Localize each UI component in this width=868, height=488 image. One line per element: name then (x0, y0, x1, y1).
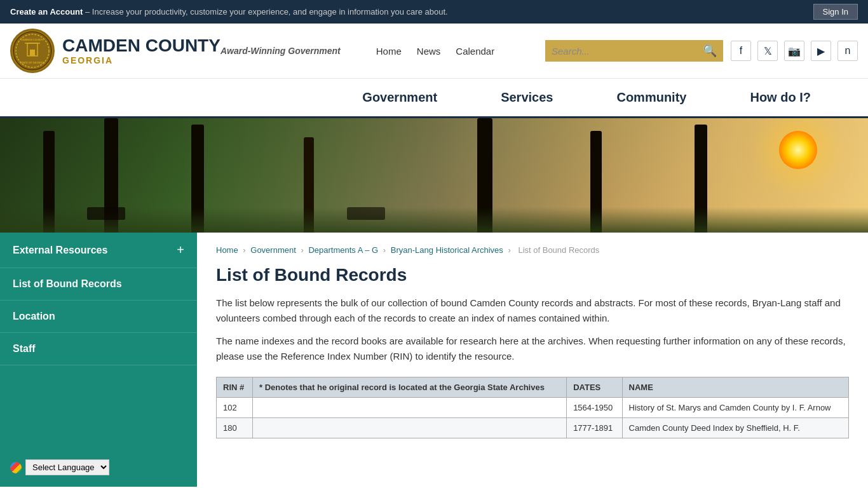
svg-text:CAMDEN COUNTY: CAMDEN COUNTY (21, 38, 44, 41)
top-nav: Home News Calendar (376, 46, 494, 57)
breadcrumb-sep-3: › (383, 245, 388, 255)
content-wrapper: External Resources + List of Bound Recor… (0, 233, 868, 487)
breadcrumb-government[interactable]: Government (250, 245, 296, 255)
svg-rect-3 (30, 50, 35, 56)
svg-text:STATE OF GEORGIA: STATE OF GEORGIA (20, 61, 44, 64)
hero-sun (779, 131, 817, 169)
search-input[interactable] (552, 46, 703, 57)
state-name: GEORGIA (62, 55, 220, 65)
table-cell-rin: 180 (217, 418, 253, 438)
instagram-icon[interactable]: 📷 (784, 41, 804, 61)
table-header-name: NAME (622, 377, 848, 398)
breadcrumb-departments[interactable]: Departments A – G (308, 245, 378, 255)
footer-language: Select Language English Spanish French (10, 459, 109, 475)
sidebar-plus-icon: + (177, 243, 184, 257)
sidebar: External Resources + List of Bound Recor… (0, 233, 197, 487)
county-name-block: CAMDEN COUNTY GEORGIA (62, 36, 220, 66)
table-row: 1021564-1950History of St. Marys and Cam… (217, 398, 849, 418)
table-cell-name: Camden County Deed Index by Sheffield, H… (622, 418, 848, 438)
twitter-icon[interactable]: 𝕏 (757, 41, 778, 61)
sign-in-button[interactable]: Sign In (813, 4, 858, 20)
nav-government[interactable]: Government (330, 79, 469, 116)
sidebar-label-staff: Staff (13, 343, 36, 355)
breadcrumb: Home › Government › Departments A – G › … (216, 245, 849, 255)
facebook-icon[interactable]: f (731, 41, 751, 61)
main-nav: Government Services Community How do I? (0, 79, 868, 118)
table-cell-dates: 1777-1891 (567, 418, 622, 438)
nav-home[interactable]: Home (376, 46, 402, 57)
table-cell-note (253, 398, 567, 418)
table-header-note: * Denotes that he original record is loc… (253, 377, 567, 398)
breadcrumb-home[interactable]: Home (216, 245, 238, 255)
nav-community[interactable]: Community (585, 79, 718, 116)
table-header-rin: RIN # (217, 377, 253, 398)
table-cell-note (253, 418, 567, 438)
sidebar-item-location[interactable]: Location (0, 301, 197, 333)
nav-services[interactable]: Services (469, 79, 585, 116)
body-text-2: The name indexes and the record books ar… (216, 334, 849, 364)
county-subtitle: Award-Winning Government (220, 46, 341, 56)
logo-area: CAMDEN COUNTY STATE OF GEORGIA CAMDEN CO… (10, 29, 220, 73)
county-title: CAMDEN COUNTY (62, 36, 220, 56)
sidebar-item-external-resources[interactable]: External Resources + (0, 233, 197, 268)
table-cell-rin: 102 (217, 398, 253, 418)
breadcrumb-current: List of Bound Records (518, 245, 599, 255)
top-bar-cta: Create an Account – Increase your produc… (10, 7, 448, 17)
body-text-1: The list below represents the bulk of ou… (216, 295, 849, 326)
create-account-link[interactable]: Create an Account (10, 7, 83, 17)
table-header-dates: DATES (567, 377, 622, 398)
table-cell-name: History of St. Marys and Camden County b… (622, 398, 848, 418)
hero-image (0, 118, 868, 233)
google-translate-icon (10, 462, 22, 473)
sidebar-item-list-of-bound-records[interactable]: List of Bound Records (0, 268, 197, 301)
main-content: Home › Government › Departments A – G › … (197, 233, 868, 487)
search-bar: 🔍 (545, 40, 723, 62)
table-row: 1801777-1891Camden County Deed Index by … (217, 418, 849, 438)
breadcrumb-archives[interactable]: Bryan-Lang Historical Archives (391, 245, 503, 255)
social-icons: f 𝕏 📷 ▶ n (731, 41, 858, 61)
county-seal: CAMDEN COUNTY STATE OF GEORGIA (10, 29, 55, 73)
breadcrumb-sep-1: › (243, 245, 248, 255)
nav-news[interactable]: News (417, 46, 441, 57)
language-select[interactable]: Select Language English Spanish French (25, 459, 109, 475)
top-bar: Create an Account – Increase your produc… (0, 0, 868, 24)
nav-calendar[interactable]: Calendar (456, 46, 494, 57)
search-button[interactable]: 🔍 (703, 44, 717, 58)
sidebar-item-staff[interactable]: Staff (0, 333, 197, 365)
records-table: RIN # * Denotes that he original record … (216, 377, 849, 438)
breadcrumb-sep-2: › (301, 245, 306, 255)
breadcrumb-sep-4: › (508, 245, 513, 255)
youtube-icon[interactable]: ▶ (811, 41, 831, 61)
nextdoor-icon[interactable]: n (837, 41, 858, 61)
sidebar-label-location: Location (13, 311, 55, 322)
sidebar-label-external-resources: External Resources (13, 245, 107, 256)
site-header: CAMDEN COUNTY STATE OF GEORGIA CAMDEN CO… (0, 24, 868, 79)
page-title: List of Bound Records (216, 265, 849, 285)
top-bar-cta-text: – Increase your productivity, customize … (85, 7, 448, 17)
sidebar-label-list-of-bound-records: List of Bound Records (13, 278, 122, 290)
table-cell-dates: 1564-1950 (567, 398, 622, 418)
nav-how-do-i[interactable]: How do I? (718, 79, 843, 116)
